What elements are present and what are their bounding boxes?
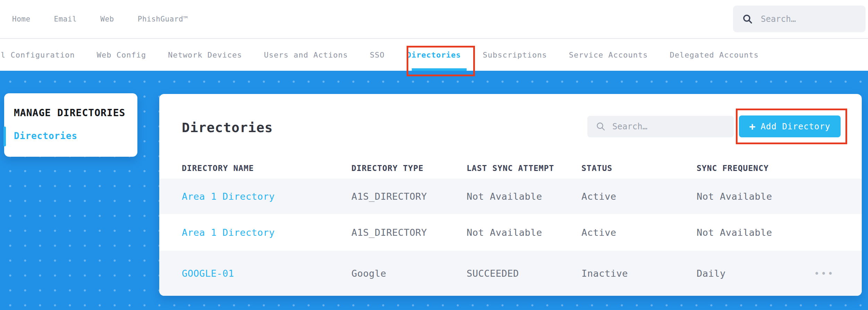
nav-item-home[interactable]: Home bbox=[12, 15, 31, 23]
directory-type-cell: Google bbox=[351, 268, 467, 279]
sync-frequency-cell: Daily bbox=[697, 268, 801, 279]
row-actions-cell: ••• bbox=[801, 268, 848, 279]
sidebar-active-indicator bbox=[3, 127, 6, 146]
directory-name-link[interactable]: Area 1 Directory bbox=[182, 191, 351, 202]
table-row: Area 1 Directory A1S_DIRECTORY Not Avail… bbox=[159, 179, 862, 214]
nav-item-phishguard[interactable]: PhishGuard™ bbox=[138, 15, 188, 23]
page-title: Directories bbox=[182, 120, 273, 135]
col-header-directory-type: DIRECTORY TYPE bbox=[351, 164, 467, 173]
table-header-row: DIRECTORY NAME DIRECTORY TYPE LAST SYNC … bbox=[159, 158, 862, 179]
status-cell: Inactive bbox=[581, 268, 697, 279]
nav-item-web[interactable]: Web bbox=[100, 15, 114, 23]
col-header-last-sync-attempt: LAST SYNC ATTEMPT bbox=[467, 164, 581, 173]
directories-panel: Directories + Add Directory DIRECTORY NA… bbox=[159, 94, 862, 296]
search-icon bbox=[596, 121, 606, 132]
directories-search-input[interactable] bbox=[612, 122, 723, 131]
tab-configuration[interactable]: l Configuration bbox=[1, 51, 75, 59]
active-tab-underline bbox=[412, 68, 467, 71]
col-header-directory-name: DIRECTORY NAME bbox=[182, 164, 351, 173]
tab-users-and-actions[interactable]: Users and Actions bbox=[264, 51, 348, 59]
sidebar-item-directories[interactable]: Directories bbox=[14, 131, 77, 141]
sidebar-card: MANAGE DIRECTORIES Directories bbox=[4, 93, 137, 157]
directories-search[interactable] bbox=[587, 116, 734, 137]
add-directory-label: Add Directory bbox=[761, 122, 831, 131]
sync-frequency-cell: Not Available bbox=[697, 191, 801, 202]
directory-name-link[interactable]: GOOGLE-01 bbox=[182, 268, 351, 279]
directory-name-link[interactable]: Area 1 Directory bbox=[182, 227, 351, 238]
content-background: MANAGE DIRECTORIES Directories Directori… bbox=[0, 71, 868, 310]
col-header-sync-frequency: SYNC FREQUENCY bbox=[697, 164, 801, 173]
status-cell: Active bbox=[581, 227, 697, 238]
table-row: GOOGLE-01 Google SUCCEEDED Inactive Dail… bbox=[159, 251, 862, 296]
tab-network-devices[interactable]: Network Devices bbox=[168, 51, 242, 59]
sidebar-heading: MANAGE DIRECTORIES bbox=[14, 107, 125, 119]
global-search-input[interactable] bbox=[761, 14, 858, 24]
table-row: Area 1 Directory A1S_DIRECTORY Not Avail… bbox=[159, 214, 862, 251]
tab-delegated-accounts[interactable]: Delegated Accounts bbox=[670, 51, 759, 59]
tab-web-config[interactable]: Web Config bbox=[97, 51, 146, 59]
tab-directories[interactable]: Directories bbox=[407, 51, 461, 59]
last-sync-cell: Not Available bbox=[467, 227, 581, 238]
last-sync-cell: Not Available bbox=[467, 191, 581, 202]
sync-frequency-cell: Not Available bbox=[697, 227, 801, 238]
col-header-status: STATUS bbox=[581, 164, 697, 173]
tab-sso[interactable]: SSO bbox=[370, 51, 385, 59]
nav-item-email[interactable]: Email bbox=[54, 15, 77, 23]
last-sync-cell: SUCCEEDED bbox=[467, 268, 581, 279]
top-nav: Home Email Web PhishGuard™ bbox=[0, 0, 868, 38]
settings-tab-bar: l Configuration Web Config Network Devic… bbox=[0, 38, 868, 71]
directory-type-cell: A1S_DIRECTORY bbox=[351, 227, 467, 238]
search-icon bbox=[742, 14, 753, 25]
tab-service-accounts[interactable]: Service Accounts bbox=[569, 51, 648, 59]
tab-subscriptions[interactable]: Subscriptions bbox=[483, 51, 547, 59]
global-search[interactable] bbox=[733, 6, 866, 32]
directories-table: DIRECTORY NAME DIRECTORY TYPE LAST SYNC … bbox=[159, 158, 862, 296]
add-directory-button[interactable]: + Add Directory bbox=[739, 115, 841, 137]
directory-type-cell: A1S_DIRECTORY bbox=[351, 191, 467, 202]
plus-icon: + bbox=[749, 120, 756, 132]
status-cell: Active bbox=[581, 191, 697, 202]
row-menu-ellipsis-icon[interactable]: ••• bbox=[814, 268, 835, 279]
screen: Home Email Web PhishGuard™ l Configurati… bbox=[0, 0, 868, 310]
